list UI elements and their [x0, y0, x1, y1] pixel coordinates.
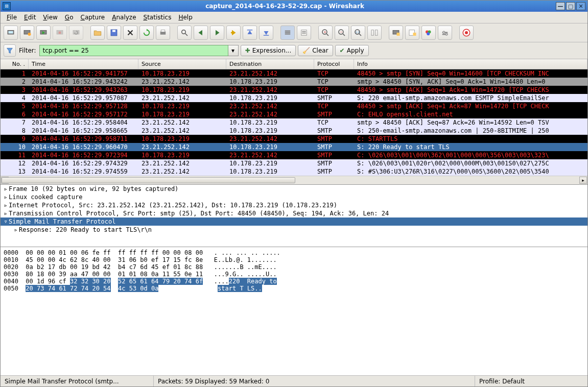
expression-button[interactable]: ✚Expression... [241, 45, 296, 56]
close-button[interactable]: ✕ [576, 2, 585, 10]
preferences-button[interactable] [438, 26, 452, 40]
svg-line-15 [185, 34, 188, 36]
packet-list-hscrollbar[interactable]: ◂ ▸ [1, 176, 587, 184]
svg-rect-25 [285, 32, 291, 33]
svg-rect-42 [397, 33, 400, 36]
collapse-icon[interactable]: ▿ [3, 218, 9, 225]
go-back-button[interactable] [194, 26, 208, 40]
save-button[interactable] [107, 26, 121, 40]
expand-icon[interactable]: ▹ [3, 210, 9, 217]
svg-point-19 [231, 32, 232, 34]
filter-dropdown-button[interactable]: ▾ [228, 45, 239, 56]
zoom-100-button[interactable]: 1:1 [351, 26, 365, 40]
detail-tree-row[interactable]: ▹ Frame 10 (92 bytes on wire, 92 bytes c… [1, 185, 587, 193]
empty-area [1, 327, 587, 375]
expand-icon[interactable]: ▹ [3, 194, 9, 201]
detail-tree-row[interactable]: ▹ Response: 220 Ready to start TLS\r\n [1, 226, 587, 234]
packet-details-pane[interactable]: ▹ Frame 10 (92 bytes on wire, 92 bytes c… [1, 185, 587, 247]
menu-statistics[interactable]: Statistics [140, 13, 175, 22]
close-file-button[interactable] [123, 26, 137, 40]
stop-capture-button[interactable] [53, 26, 67, 40]
options-button[interactable] [20, 26, 34, 40]
expand-icon[interactable]: ▹ [3, 185, 9, 192]
svg-marker-20 [248, 31, 252, 35]
svg-rect-10 [112, 30, 115, 32]
detail-tree-row[interactable]: ▹ Transmission Control Protocol, Src Por… [1, 209, 587, 217]
display-filters-button[interactable] [405, 26, 419, 40]
zoom-in-button[interactable]: + [318, 26, 333, 40]
goto-last-button[interactable] [259, 26, 273, 40]
packet-row[interactable]: 22014-04-16 16:52:29.94324223.21.252.142… [1, 78, 587, 86]
clear-button[interactable]: 🧹Clear [298, 45, 333, 56]
packet-row[interactable]: 52014-04-16 16:52:29.95712810.178.23.219… [1, 102, 587, 110]
packet-row[interactable]: 62014-04-16 16:52:29.95717210.178.23.219… [1, 110, 587, 118]
open-button[interactable] [90, 26, 105, 40]
packet-row[interactable]: 42014-04-16 16:52:29.95708723.21.252.142… [1, 94, 587, 102]
packet-bytes-pane[interactable]: 0000 00 00 00 01 00 06 fe ff ff ff ff ff… [1, 247, 587, 327]
coloring-rules-button[interactable] [421, 26, 436, 40]
menu-view[interactable]: View [40, 13, 60, 22]
svg-text:+: + [323, 30, 326, 34]
detail-tree-row[interactable]: ▿ Simple Mail Transfer Protocol [1, 217, 587, 226]
col-header-protocol[interactable]: Protocol [314, 59, 354, 69]
zoom-out-button[interactable]: − [335, 26, 349, 40]
packet-row[interactable]: 92014-04-16 16:52:29.95871110.178.23.219… [1, 135, 587, 143]
detail-tree-row[interactable]: ▹ Internet Protocol, Src: 23.21.252.142 … [1, 201, 587, 209]
menu-go[interactable]: Go [62, 13, 77, 22]
find-button[interactable] [177, 26, 192, 40]
capture-filters-button[interactable] [389, 26, 403, 40]
packet-row[interactable]: 12014-04-16 16:52:29.94175710.178.23.219… [1, 69, 587, 78]
svg-point-47 [427, 32, 430, 35]
goto-packet-button[interactable] [226, 26, 241, 40]
col-header-source[interactable]: Source [138, 59, 226, 69]
help-button[interactable] [459, 26, 474, 40]
packet-row[interactable]: 82014-04-16 16:52:29.95866523.21.252.142… [1, 127, 587, 135]
detail-tree-row[interactable]: ▹ Linux cooked capture [1, 193, 587, 201]
menu-file[interactable]: File [4, 13, 20, 22]
reload-button[interactable] [139, 26, 154, 40]
packet-row[interactable]: 32014-04-16 16:52:29.94326310.178.23.219… [1, 86, 587, 94]
svg-rect-44 [413, 33, 416, 36]
wireshark-icon: ⊠ [3, 2, 11, 10]
minimize-button[interactable]: — [556, 2, 565, 10]
print-button[interactable] [156, 26, 170, 40]
display-filter-button[interactable] [4, 44, 16, 57]
status-left: Simple Mail Transfer Protocol (smtp... [1, 376, 154, 386]
auto-scroll-button[interactable] [297, 26, 311, 40]
packet-row[interactable]: 132014-04-16 16:52:29.97455923.21.252.14… [1, 167, 587, 176]
scroll-right-arrow[interactable]: ▸ [579, 177, 587, 184]
goto-first-button[interactable] [243, 26, 257, 40]
start-capture-button[interactable] [36, 26, 51, 40]
menu-edit[interactable]: Edit [21, 13, 39, 22]
col-header-info[interactable]: Info [354, 59, 587, 69]
col-header-destination[interactable]: Destination [226, 59, 314, 69]
go-forward-button[interactable] [210, 26, 224, 40]
app-window: ⊠ capture_2014-04-16-23-52-29.cap - Wire… [0, 0, 588, 387]
packet-list-pane[interactable]: No. . Time Source Destination Protocol I… [1, 59, 587, 185]
svg-point-14 [182, 30, 186, 34]
svg-text:−: − [340, 30, 343, 34]
packet-row[interactable]: 102014-04-16 16:52:29.96047023.21.252.14… [1, 143, 587, 151]
apply-button[interactable]: ✔Apply [335, 45, 369, 56]
packet-row[interactable]: 72014-04-16 16:52:29.95840423.21.252.142… [1, 118, 587, 127]
menu-analyze[interactable]: Analyze [109, 13, 139, 22]
svg-marker-22 [264, 31, 269, 35]
menu-help[interactable]: Help [175, 13, 195, 22]
colorize-list-button[interactable] [280, 26, 295, 40]
packet-row[interactable]: 122014-04-16 16:52:29.97432923.21.252.14… [1, 159, 587, 167]
svg-line-31 [326, 34, 328, 36]
col-header-time[interactable]: Time [29, 59, 138, 69]
maximize-button[interactable]: ▢ [566, 2, 575, 10]
restart-capture-button[interactable] [69, 26, 83, 40]
expand-icon[interactable]: ▹ [3, 202, 9, 209]
interfaces-button[interactable] [4, 26, 18, 40]
expand-icon[interactable]: ▹ [13, 226, 19, 233]
packet-row[interactable]: 112014-04-16 16:52:29.97239410.178.23.21… [1, 151, 587, 159]
statusbar: Simple Mail Transfer Protocol (smtp... P… [1, 375, 587, 386]
scroll-thumb[interactable] [2, 177, 295, 183]
filter-input[interactable] [39, 45, 228, 56]
menu-capture[interactable]: Capture [77, 13, 108, 22]
svg-rect-28 [302, 31, 306, 32]
resize-columns-button[interactable] [367, 26, 382, 40]
col-header-number[interactable]: No. . [1, 59, 29, 69]
